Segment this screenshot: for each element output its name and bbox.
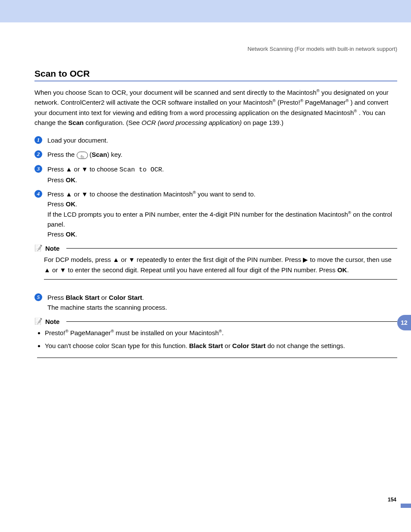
- note-title: Note: [45, 318, 59, 325]
- text: or: [72, 190, 81, 198]
- step-1: 1 Load your document.: [34, 135, 397, 145]
- step-number-icon: 1: [34, 136, 42, 144]
- reg-mark: ®: [348, 210, 351, 215]
- text: The machine starts the scanning process.: [47, 304, 167, 311]
- text: Presto!: [45, 329, 65, 336]
- chapter-tab: 12: [397, 315, 411, 330]
- text: .: [162, 165, 164, 173]
- up-arrow-icon: ▲: [113, 256, 119, 263]
- up-arrow-icon: ▲: [44, 266, 50, 274]
- text: Press the: [47, 151, 77, 158]
- intro-paragraph: When you choose Scan to OCR, your docume…: [34, 87, 397, 128]
- text: to choose: [88, 165, 119, 173]
- intro-text: When you choose Scan to OCR, your docume…: [34, 89, 317, 96]
- text: Press: [47, 176, 66, 184]
- step-number-icon: 5: [34, 293, 42, 301]
- mono-text: Scan to OCR: [119, 166, 162, 174]
- text: Press: [47, 230, 66, 238]
- step-text: Load your document.: [47, 135, 108, 145]
- reg-mark: ®: [346, 98, 349, 103]
- reg-mark: ®: [65, 329, 68, 333]
- text: to move the cursor, then use: [308, 256, 391, 263]
- step-5: 5 Press Black Start or Color Start. The …: [34, 292, 397, 313]
- bold: Black Start: [66, 294, 100, 301]
- down-arrow-icon: ▼: [81, 165, 88, 173]
- page-title: Scan to OCR: [34, 68, 397, 81]
- down-arrow-icon: ▼: [60, 266, 66, 274]
- intro-text: on page 139.): [243, 119, 283, 126]
- text: or: [72, 165, 81, 173]
- text: Press: [47, 294, 66, 301]
- reg-mark: ®: [300, 98, 303, 103]
- step-2: 2 Press the (Scan) key.: [34, 149, 397, 159]
- intro-bold: Scan: [68, 119, 84, 126]
- up-arrow-icon: ▲: [66, 190, 72, 198]
- text: PageManager: [68, 329, 111, 336]
- step-text: Press Black Start or Color Start. The ma…: [47, 292, 167, 313]
- right-arrow-icon: ▶: [303, 256, 308, 263]
- divider: [66, 321, 397, 322]
- bold: OK: [337, 266, 347, 274]
- scan-key-icon: [77, 152, 88, 159]
- text: or: [119, 256, 129, 263]
- reg-mark: ®: [273, 98, 276, 103]
- text: If the LCD prompts you to enter a PIN nu…: [47, 211, 348, 218]
- divider: [66, 248, 397, 249]
- note-icon: [34, 317, 43, 325]
- text: .: [222, 329, 224, 336]
- step-text: Press the (Scan) key.: [47, 149, 122, 159]
- step-number-icon: 2: [34, 150, 42, 158]
- down-arrow-icon: ▼: [128, 256, 135, 263]
- text: Press: [47, 165, 66, 173]
- chapter-number: 12: [401, 319, 408, 326]
- step-number-icon: 3: [34, 165, 42, 173]
- reg-mark: ®: [354, 109, 357, 113]
- intro-text: configuration. (See: [85, 119, 141, 126]
- bold: Black Start: [189, 342, 223, 349]
- text: do not change the settings.: [266, 342, 345, 349]
- note-header: Note: [34, 244, 397, 252]
- bold: OK: [66, 176, 76, 184]
- step-4: 4 Press ▲ or ▼ to choose the destination…: [34, 189, 397, 239]
- intro-text: (Presto!: [277, 99, 300, 106]
- text: repeatedly to enter the first digit of t…: [135, 256, 303, 263]
- note-title: Note: [45, 245, 59, 252]
- text: you want to send to.: [196, 190, 255, 198]
- bold: Color Start: [109, 294, 143, 301]
- text: Press: [47, 190, 66, 198]
- step-3: 3 Press ▲ or ▼ to choose Scan to OCR. Pr…: [34, 164, 397, 185]
- top-banner: [0, 0, 411, 22]
- text: Press: [47, 200, 66, 208]
- text: You can't choose color Scan type for thi…: [45, 342, 189, 349]
- bold: Scan: [92, 151, 107, 158]
- text: must be installed on your Macintosh: [114, 329, 218, 336]
- step-text: Press ▲ or ▼ to choose Scan to OCR. Pres…: [47, 164, 164, 185]
- text: or: [50, 266, 60, 274]
- text: .: [75, 176, 77, 184]
- reg-mark: ®: [317, 88, 320, 93]
- reg-mark: ®: [219, 329, 222, 333]
- text: or: [100, 294, 109, 301]
- page-number: 154: [388, 497, 396, 503]
- text: .: [75, 230, 77, 238]
- bold: Color Start: [232, 342, 266, 349]
- note-icon: [34, 244, 43, 252]
- intro-text: PageManager: [305, 99, 346, 106]
- page-content: Network Scanning (For models with built-…: [0, 22, 411, 513]
- corner-accent: [401, 504, 411, 508]
- reg-mark: ®: [193, 190, 196, 195]
- text: to choose the destination Macintosh: [88, 190, 193, 198]
- step-number-icon: 4: [34, 190, 42, 198]
- list-item: You can't choose color Scan type for thi…: [45, 341, 397, 351]
- list-item: Presto!® PageManager® must be installed …: [45, 328, 397, 338]
- text: to enter the second digit. Repeat until …: [66, 266, 337, 274]
- step-text: Press ▲ or ▼ to choose the destination M…: [47, 189, 397, 239]
- intro-link[interactable]: OCR (word processing application): [142, 119, 242, 126]
- note-block: Note For DCP models, press ▲ or ▼ repeat…: [34, 244, 397, 280]
- text: .: [75, 200, 77, 208]
- bold: OK: [66, 200, 76, 208]
- bold: OK: [66, 230, 76, 238]
- note-body: For DCP models, press ▲ or ▼ repeatedly …: [44, 255, 397, 280]
- note-body: Presto!® PageManager® must be installed …: [37, 328, 397, 358]
- note-header: Note: [34, 317, 397, 325]
